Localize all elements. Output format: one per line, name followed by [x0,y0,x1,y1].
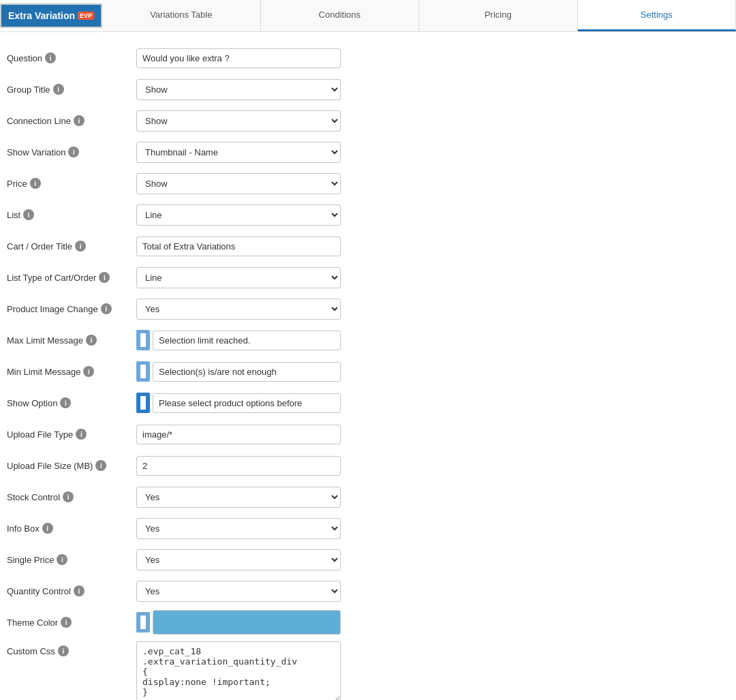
group-title-select-wrap: Show Hide [136,79,341,100]
upload-file-type-row: Upload File Type i [7,422,722,446]
cart-order-title-input[interactable] [136,237,341,256]
upload-file-type-label: Upload File Type i [7,429,136,440]
cart-order-title-label: Cart / Order Title i [7,241,136,252]
info-box-select[interactable]: Yes No [136,518,341,539]
upload-file-size-input[interactable] [136,456,341,476]
theme-color-info-icon[interactable]: i [61,617,72,628]
show-variation-select-wrap: Thumbnail - Name Name Only Thumbnail Onl… [136,142,341,163]
upload-file-size-label: Upload File Size (MB) i [7,460,136,471]
list-type-cart-row: List Type of Cart/Order i Line Block [7,265,722,290]
logo-text: Extra Variation [8,10,75,21]
stock-control-label: Stock Control i [7,491,136,502]
cart-order-title-row: Cart / Order Title i [7,234,722,258]
stock-control-row: Stock Control i Yes No [7,485,722,509]
max-limit-info-icon[interactable]: i [86,335,97,346]
info-box-label: Info Box i [7,523,136,534]
min-limit-icon [136,361,150,382]
group-title-info-icon[interactable]: i [53,84,64,95]
group-title-label: Group Title i [7,84,136,95]
header: Extra Variation EVP Variations Table Con… [0,0,736,32]
product-image-label: Product Image Change i [7,303,136,314]
quantity-control-label: Quantity Control i [7,585,136,596]
stock-control-info-icon[interactable]: i [63,491,74,502]
quantity-control-row: Quantity Control i Yes No [7,579,722,603]
quantity-control-select[interactable]: Yes No [136,581,341,602]
upload-file-type-input-wrap [136,425,341,444]
min-limit-input-wrap [136,361,341,382]
custom-css-label: Custom Css i [7,641,136,656]
product-image-row: Product Image Change i Yes No [7,296,722,321]
price-label: Price i [7,178,136,189]
show-option-input[interactable] [153,393,341,413]
upload-file-size-row: Upload File Size (MB) i [7,453,722,478]
theme-color-icon [136,612,150,633]
min-limit-info-icon[interactable]: i [83,366,94,377]
max-limit-row: Max Limit Message i [7,328,722,352]
tab-settings[interactable]: Settings [578,0,736,31]
product-image-select[interactable]: Yes No [136,299,341,320]
list-info-icon[interactable]: i [23,209,34,220]
stock-control-select[interactable]: Yes No [136,487,341,508]
single-price-info-icon[interactable]: i [57,554,67,565]
upload-file-size-info-icon[interactable]: i [95,460,106,471]
group-title-select[interactable]: Show Hide [136,79,341,100]
list-type-cart-select[interactable]: Line Block [136,267,341,288]
group-title-row: Group Title i Show Hide [7,77,722,102]
upload-file-type-info-icon[interactable]: i [76,429,87,440]
tab-variations-table[interactable]: Variations Table [102,0,260,31]
product-image-select-wrap: Yes No [136,299,341,320]
info-box-info-icon[interactable]: i [42,523,53,534]
info-box-row: Info Box i Yes No [7,516,722,541]
tab-conditions[interactable]: Conditions [261,0,419,31]
price-row: Price i Show Hide [7,171,722,196]
connection-line-row: Connection Line i Show Hide [7,108,722,133]
single-price-select[interactable]: Yes No [136,549,341,570]
max-limit-input[interactable] [153,331,341,350]
logo-badge: EVP [78,12,94,20]
max-limit-icon [136,330,150,350]
question-input[interactable] [136,48,341,68]
price-info-icon[interactable]: i [30,178,41,189]
list-label: List i [7,209,136,220]
theme-color-swatch[interactable] [153,610,341,635]
cart-order-title-input-wrap [136,237,341,256]
question-label: Question i [7,52,136,63]
list-type-cart-info-icon[interactable]: i [99,272,110,283]
single-price-label: Single Price i [7,554,136,565]
single-price-select-wrap: Yes No [136,549,341,570]
min-limit-row: Min Limit Message i [7,359,722,384]
theme-color-input-wrap [136,610,341,635]
custom-css-textarea-wrap: .evp_cat_18 .extra_variation_quantity_di… [136,641,341,700]
custom-css-info-icon[interactable]: i [58,645,69,656]
show-option-info-icon[interactable]: i [60,397,71,408]
nav-tabs: Variations Table Conditions Pricing Sett… [102,0,736,31]
product-image-info-icon[interactable]: i [101,303,112,314]
quantity-control-info-icon[interactable]: i [74,585,85,596]
list-select[interactable]: Line Block [136,204,341,226]
theme-color-row: Theme Color i [7,610,722,635]
show-option-input-wrap [136,393,341,413]
show-variation-select[interactable]: Thumbnail - Name Name Only Thumbnail Onl… [136,142,341,163]
tab-pricing[interactable]: Pricing [419,0,577,31]
price-select[interactable]: Show Hide [136,173,341,194]
price-select-wrap: Show Hide [136,173,341,194]
cart-order-title-info-icon[interactable]: i [75,241,86,252]
show-option-label: Show Option i [7,397,136,408]
question-row: Question i [7,46,722,70]
question-input-wrap [136,48,341,68]
custom-css-textarea[interactable]: .evp_cat_18 .extra_variation_quantity_di… [136,641,341,700]
connection-line-info-icon[interactable]: i [74,115,85,126]
max-limit-label: Max Limit Message i [7,335,136,346]
stock-control-select-wrap: Yes No [136,487,341,508]
min-limit-label: Min Limit Message i [7,366,136,377]
question-info-icon[interactable]: i [45,52,56,63]
connection-line-select[interactable]: Show Hide [136,110,341,132]
upload-file-type-input[interactable] [136,425,341,444]
min-limit-input[interactable] [153,362,341,382]
show-variation-info-icon[interactable]: i [68,147,79,157]
logo: Extra Variation EVP [0,3,102,28]
list-type-cart-select-wrap: Line Block [136,267,341,288]
connection-line-select-wrap: Show Hide [136,110,341,132]
list-type-cart-label: List Type of Cart/Order i [7,272,136,283]
max-limit-input-wrap [136,330,341,350]
